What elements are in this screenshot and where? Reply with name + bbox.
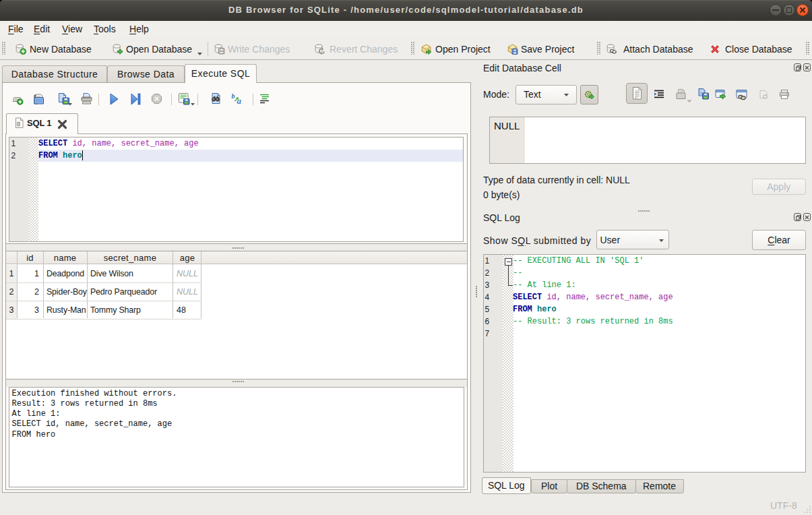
svg-text:b: b	[232, 92, 235, 100]
svg-text:a: a	[237, 96, 242, 105]
